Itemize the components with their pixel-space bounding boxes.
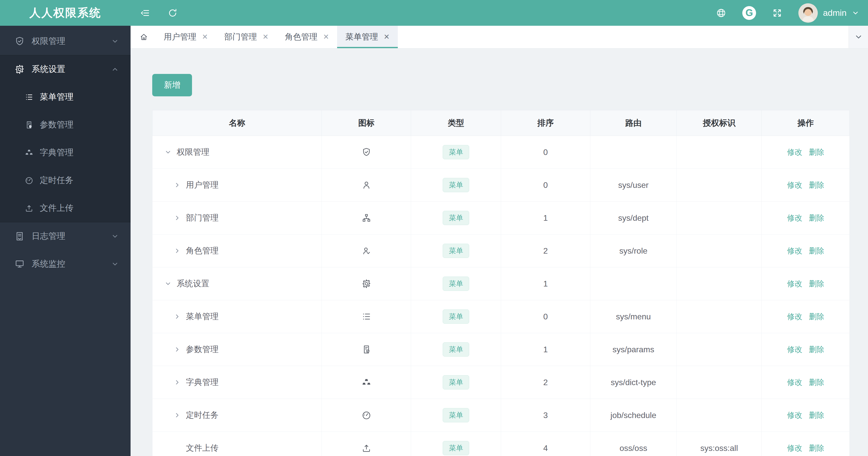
close-icon[interactable]: ✕ xyxy=(383,33,390,40)
menu-name: 用户管理 xyxy=(186,180,219,191)
route-cell: sys/dept xyxy=(590,202,677,234)
edit-link[interactable]: 修改 xyxy=(787,247,802,255)
delete-link[interactable]: 删除 xyxy=(809,214,824,222)
auth-cell xyxy=(677,202,762,234)
sidebar-item-logs[interactable]: 日志管理 xyxy=(0,222,130,250)
name-cell: 权限管理 xyxy=(153,136,322,169)
delete-link[interactable]: 删除 xyxy=(809,181,824,189)
sidebar-item-settings[interactable]: 系统设置 xyxy=(0,55,130,83)
tab-roles[interactable]: 角色管理✕ xyxy=(277,26,337,48)
fullscreen-icon[interactable] xyxy=(772,8,782,18)
edit-link[interactable]: 修改 xyxy=(787,214,802,222)
type-cell: 菜单 xyxy=(411,136,501,169)
edit-link[interactable]: 修改 xyxy=(787,312,802,321)
table-row: 定时任务菜单3job/schedule修改删除 xyxy=(153,399,850,432)
bricks-icon xyxy=(25,148,34,157)
delete-link[interactable]: 删除 xyxy=(809,280,824,288)
tree-expand-icon[interactable] xyxy=(174,215,181,222)
language-globe-icon[interactable] xyxy=(716,8,726,18)
menu-name: 定时任务 xyxy=(186,410,219,421)
tree-expand-icon[interactable] xyxy=(174,247,181,254)
edit-link[interactable]: 修改 xyxy=(787,181,802,189)
name-cell: 字典管理 xyxy=(153,366,322,399)
delete-link[interactable]: 删除 xyxy=(809,148,824,156)
sidebar-item-permissions[interactable]: 权限管理 xyxy=(0,27,130,55)
tab-depts[interactable]: 部门管理✕ xyxy=(216,26,276,48)
delete-link[interactable]: 删除 xyxy=(809,247,824,255)
icon-cell xyxy=(322,267,411,300)
home-icon xyxy=(139,32,148,41)
sort-value: 0 xyxy=(544,148,548,157)
sidebar-item-params[interactable]: 参数管理 xyxy=(0,111,130,139)
type-cell: 菜单 xyxy=(411,366,501,399)
sidebar-item-label: 系统监控 xyxy=(32,258,65,270)
column-header: 图标 xyxy=(322,110,411,136)
close-icon[interactable]: ✕ xyxy=(262,33,268,40)
tree-expand-icon[interactable] xyxy=(174,182,181,189)
main-area: 权限管理系统设置菜单管理参数管理字典管理定时任务文件上传日志管理系统监控 用户管… xyxy=(0,26,868,456)
type-badge: 菜单 xyxy=(443,310,469,324)
add-button[interactable]: 新增 xyxy=(152,74,192,96)
sort-value: 4 xyxy=(544,444,548,453)
username: admin xyxy=(823,8,846,18)
type-cell: 菜单 xyxy=(411,202,501,234)
edit-link[interactable]: 修改 xyxy=(787,378,802,386)
type-badge: 菜单 xyxy=(443,441,469,455)
type-badge: 菜单 xyxy=(443,342,469,357)
gitee-letter: G xyxy=(746,7,753,18)
sidebar-collapse-icon[interactable] xyxy=(140,8,150,18)
gitee-icon[interactable]: G xyxy=(742,6,756,20)
type-cell: 菜单 xyxy=(411,333,501,366)
tab-home[interactable] xyxy=(132,26,156,48)
edit-link[interactable]: 修改 xyxy=(787,148,802,156)
tree-expand-icon[interactable] xyxy=(174,346,181,353)
sort-value: 0 xyxy=(544,181,548,190)
sidebar-item-label: 文件上传 xyxy=(40,202,73,214)
table-row: 字典管理菜单2sys/dict-type修改删除 xyxy=(153,366,850,399)
tab-users[interactable]: 用户管理✕ xyxy=(156,26,216,48)
tab-options-button[interactable] xyxy=(848,26,868,48)
edit-link[interactable]: 修改 xyxy=(787,345,802,354)
sidebar-item-dict[interactable]: 字典管理 xyxy=(0,139,130,166)
sort-cell: 0 xyxy=(501,300,590,333)
menu-name: 部门管理 xyxy=(186,212,219,224)
close-icon[interactable]: ✕ xyxy=(323,33,329,40)
tab-menus[interactable]: 菜单管理✕ xyxy=(337,26,398,48)
table-body: 权限管理菜单0修改删除用户管理菜单0sys/user修改删除部门管理菜单1sys… xyxy=(153,136,850,456)
delete-link[interactable]: 删除 xyxy=(809,345,824,354)
name-cell: 定时任务 xyxy=(153,399,322,432)
auth-cell xyxy=(677,169,762,202)
delete-link[interactable]: 删除 xyxy=(809,444,824,452)
actions-cell: 修改删除 xyxy=(762,136,850,169)
list-icon xyxy=(25,93,34,102)
edit-link[interactable]: 修改 xyxy=(787,280,802,288)
tree-expand-icon[interactable] xyxy=(174,379,181,386)
user-menu[interactable]: admin xyxy=(798,3,859,23)
edit-link[interactable]: 修改 xyxy=(787,411,802,419)
actions-cell: 修改删除 xyxy=(762,300,850,333)
delete-link[interactable]: 删除 xyxy=(809,378,824,386)
type-cell: 菜单 xyxy=(411,432,501,456)
delete-link[interactable]: 删除 xyxy=(809,312,824,321)
sidebar-item-schedule[interactable]: 定时任务 xyxy=(0,166,130,194)
sidebar-item-menu[interactable]: 菜单管理 xyxy=(0,83,130,111)
tree-expand-icon[interactable] xyxy=(174,313,181,320)
sidebar-item-upload[interactable]: 文件上传 xyxy=(0,194,130,222)
delete-link[interactable]: 删除 xyxy=(809,411,824,419)
upload-icon xyxy=(25,204,34,213)
tree-collapse-icon[interactable] xyxy=(164,280,172,287)
refresh-icon[interactable] xyxy=(167,8,178,18)
tree-collapse-icon[interactable] xyxy=(164,149,172,156)
close-icon[interactable]: ✕ xyxy=(202,33,208,40)
sidebar-item-label: 日志管理 xyxy=(32,230,65,242)
route-cell: sys/dict-type xyxy=(590,366,677,399)
menu-name: 权限管理 xyxy=(177,146,209,158)
name-cell: 系统设置 xyxy=(153,267,322,300)
edit-link[interactable]: 修改 xyxy=(787,444,802,452)
chevron-down-icon xyxy=(111,260,119,268)
gauge-icon xyxy=(25,176,34,185)
sort-cell: 3 xyxy=(501,399,590,432)
tree-expand-icon[interactable] xyxy=(174,412,181,419)
sort-cell: 2 xyxy=(501,366,590,399)
sidebar-item-monitor[interactable]: 系统监控 xyxy=(0,250,130,278)
